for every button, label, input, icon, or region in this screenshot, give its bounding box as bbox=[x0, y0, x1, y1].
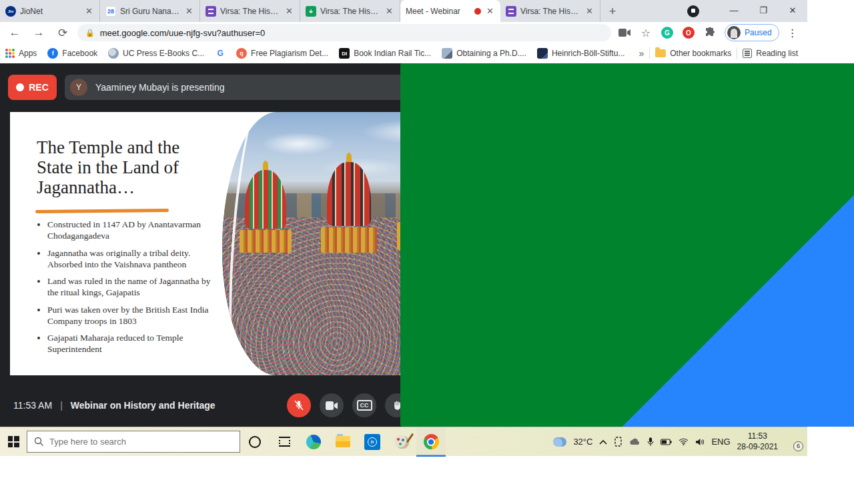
tab-calendar[interactable]: 28 Sri Guru Nanak Dev ✕ bbox=[100, 0, 200, 22]
bookmark-label: Obtaining a Ph.D.... bbox=[456, 49, 526, 58]
browser-menu-kebab-icon[interactable]: ⋮ bbox=[785, 25, 801, 41]
tab-close-icon[interactable]: ✕ bbox=[584, 6, 594, 16]
taskbar-search[interactable] bbox=[27, 431, 240, 453]
sheets-favicon: + bbox=[306, 6, 316, 17]
tab-virsa-forms-2[interactable]: Virsa: The History S ✕ bbox=[500, 0, 600, 22]
tab-virsa-sheets[interactable]: + Virsa: The History S ✕ bbox=[300, 0, 400, 22]
profile-avatar bbox=[727, 26, 741, 39]
address-bar[interactable]: 🔒 meet.google.com/uue-njfg-svu?authuser=… bbox=[77, 24, 611, 41]
dell-app-icon[interactable]: D bbox=[358, 427, 387, 457]
tab-close-icon[interactable]: ✕ bbox=[384, 6, 394, 16]
grammarly-extension-icon[interactable]: G bbox=[659, 25, 675, 41]
window-minimize-button[interactable]: — bbox=[719, 0, 749, 20]
facebook-icon: f bbox=[47, 48, 58, 59]
bookmark-google[interactable]: G bbox=[209, 48, 231, 59]
meeting-time: 11:53 AM bbox=[13, 400, 52, 411]
tab-jionet[interactable]: Jio JioNet ✕ bbox=[0, 0, 100, 22]
tab-close-icon[interactable]: ✕ bbox=[184, 6, 194, 16]
bookmark-ucpress[interactable]: UC Press E-Books C... bbox=[103, 48, 209, 59]
other-bookmarks-label: Other bookmarks bbox=[670, 49, 731, 58]
action-center-button[interactable]: 6 bbox=[785, 435, 802, 449]
slide-title: The Temple and the State in the Land of … bbox=[37, 137, 217, 198]
bookmark-label: Free Plagiarism Det... bbox=[251, 49, 328, 58]
bookmark-star-icon[interactable]: ☆ bbox=[638, 25, 654, 41]
system-tray: 32°C ENG 11:53 bbox=[553, 431, 807, 452]
reload-icon[interactable]: ⟳ bbox=[53, 23, 72, 42]
tab-virsa-forms-1[interactable]: Virsa: The History S ✕ bbox=[200, 0, 300, 22]
windows-taskbar: D 32°C bbox=[0, 427, 807, 456]
bookmark-label: UC Press E-Books C... bbox=[123, 49, 204, 58]
bookmark-label: Facebook bbox=[62, 49, 97, 58]
window-restore-button[interactable]: ❐ bbox=[749, 0, 778, 20]
captions-button[interactable]: CC bbox=[352, 393, 376, 417]
chrome-app-icon-active[interactable] bbox=[416, 427, 446, 457]
media-hub-icon[interactable] bbox=[687, 5, 699, 17]
apps-grid-icon bbox=[5, 49, 15, 58]
bookmark-boell[interactable]: Heinrich-Böll-Stiftu... bbox=[532, 48, 630, 59]
task-view-button[interactable] bbox=[270, 427, 299, 457]
windows-logo-icon bbox=[8, 436, 19, 447]
tab-close-icon[interactable]: ✕ bbox=[284, 6, 294, 16]
forward-icon[interactable]: → bbox=[29, 23, 48, 42]
irctc-icon: DI bbox=[339, 48, 350, 59]
tab-close-icon[interactable]: ✕ bbox=[485, 6, 495, 16]
meeting-title: Webinar on History and Heritage bbox=[71, 400, 216, 411]
recording-dot-icon bbox=[16, 83, 24, 91]
paint-app-icon[interactable] bbox=[387, 427, 416, 457]
microphone-tray-icon[interactable] bbox=[647, 437, 654, 447]
forms-favicon bbox=[506, 6, 516, 17]
speaker-icon[interactable] bbox=[695, 438, 705, 446]
start-button[interactable] bbox=[0, 427, 27, 457]
bookmark-plagiarism[interactable]: q Free Plagiarism Det... bbox=[231, 48, 334, 59]
file-explorer-icon[interactable] bbox=[328, 427, 358, 457]
bookmark-facebook[interactable]: f Facebook bbox=[42, 48, 103, 59]
edge-app-icon[interactable] bbox=[299, 427, 328, 457]
onedrive-cloud-icon[interactable] bbox=[629, 438, 640, 445]
new-tab-button[interactable]: + bbox=[603, 2, 622, 21]
tab-meet-active[interactable]: Meet - Webinar ✕ bbox=[400, 0, 500, 22]
tray-chevron-icon[interactable] bbox=[599, 439, 607, 445]
bookmark-rail[interactable]: DI Book Indian Rail Tic... bbox=[334, 48, 436, 59]
red-extension-icon[interactable]: O bbox=[681, 25, 697, 41]
bookmarks-overflow-chevron[interactable]: » bbox=[633, 48, 649, 59]
apps-label: Apps bbox=[19, 49, 37, 58]
device-icon[interactable] bbox=[614, 437, 622, 447]
calendar-favicon: 28 bbox=[105, 6, 116, 17]
recording-badge: REC bbox=[8, 75, 57, 100]
tab-title: Virsa: The History S bbox=[520, 7, 580, 16]
slide-bullet: Constructed in 1147 AD by Anantavarman C… bbox=[47, 219, 224, 242]
cortana-button[interactable] bbox=[240, 427, 270, 457]
reading-list-button[interactable]: Reading list bbox=[737, 49, 807, 58]
profile-sync-paused-pill[interactable]: Paused bbox=[725, 24, 779, 41]
battery-icon[interactable] bbox=[661, 439, 672, 445]
weather-icon[interactable] bbox=[553, 437, 566, 447]
back-icon[interactable]: ← bbox=[5, 23, 24, 42]
tab-close-icon[interactable]: ✕ bbox=[84, 6, 94, 16]
tab-recording-indicator bbox=[474, 8, 481, 15]
reading-list-icon bbox=[743, 49, 752, 58]
presenting-text: Yaaminey Mubayi is presenting bbox=[95, 82, 225, 93]
forms-favicon bbox=[205, 6, 216, 17]
folder-icon bbox=[655, 49, 666, 57]
lock-icon[interactable]: 🔒 bbox=[85, 29, 95, 37]
tab-title: Sri Guru Nanak Dev bbox=[120, 7, 180, 16]
wifi-icon[interactable] bbox=[679, 438, 689, 445]
other-bookmarks-button[interactable]: Other bookmarks bbox=[650, 49, 737, 58]
tab-camera-icon[interactable] bbox=[616, 25, 632, 41]
mic-toggle-button[interactable] bbox=[287, 393, 311, 417]
search-input[interactable] bbox=[49, 437, 209, 447]
slide-bullet: Gajapati Maharaja reduced to Temple Supe… bbox=[47, 332, 224, 355]
quetext-icon: q bbox=[236, 48, 247, 59]
apps-shortcut[interactable]: Apps bbox=[0, 49, 42, 58]
taskbar-clock[interactable]: 11:53 28-09-2021 bbox=[737, 431, 778, 452]
bookmark-phd[interactable]: Obtaining a Ph.D.... bbox=[436, 48, 532, 59]
weather-temp[interactable]: 32°C bbox=[573, 437, 592, 447]
language-indicator[interactable]: ENG bbox=[711, 437, 730, 447]
cc-icon: CC bbox=[357, 400, 372, 411]
window-close-button[interactable]: ✕ bbox=[778, 0, 807, 20]
chariot-middle bbox=[327, 162, 377, 253]
presenter-avatar: Y bbox=[70, 79, 87, 96]
camera-toggle-button[interactable] bbox=[320, 393, 344, 417]
extensions-puzzle-icon[interactable] bbox=[702, 25, 718, 41]
jio-favicon: Jio bbox=[5, 6, 16, 17]
